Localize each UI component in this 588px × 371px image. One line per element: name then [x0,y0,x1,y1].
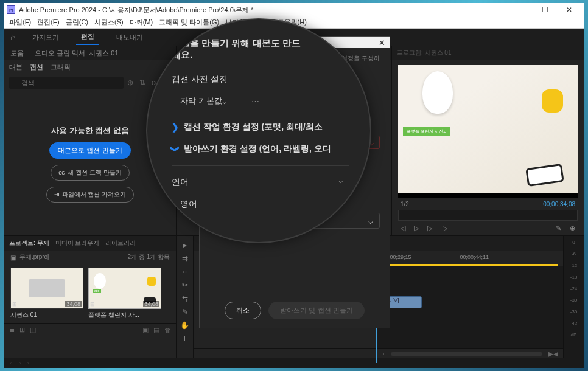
sequence-icon: ⊞ [12,301,17,307]
new-track-button[interactable]: cc새 캡션 트랙 만들기 [51,165,129,181]
slip-tool-icon[interactable]: ⇆ [182,294,188,303]
window-title: Adobe Premiere Pro 2024 - C:\사용자\DJ\문서\A… [19,5,508,15]
sb-icon[interactable]: ▫ [10,360,13,367]
menu-edit[interactable]: 편집(E) [37,18,60,27]
pen-tool-icon[interactable]: ✎ [182,308,188,316]
mark-out-icon[interactable]: ▷ [443,224,447,232]
bin-item[interactable]: abc ⊟ 34;08 플랫폼 챌린지 사... [88,268,161,319]
tools: ▸ ⇉ ↔ ✂ ⇆ ✎ ✋ T [177,236,194,358]
transcribe-create-button[interactable]: 받아쓰기 및 캡션 만들기 [268,302,364,319]
transcription-settings-expander[interactable]: ❯ 받아쓰기 환경 설정 (언어, 라벨링, 오디 [172,144,355,154]
ripple-tool-icon[interactable]: ↔ [181,268,189,276]
menu-sequence[interactable]: 시퀀스(S) [94,18,124,27]
monitor-view[interactable]: 플랫폼 챌린지 사진.J [398,65,578,198]
project-file: 무제.prproj [19,253,49,262]
dialog-close-button[interactable]: ✕ [376,38,387,47]
preset-dropdown[interactable]: 자막 기본값 [172,91,236,111]
preview-phone [525,164,564,187]
tab-graphics[interactable]: 그래픽 [51,63,71,72]
fit-icon[interactable]: ▸◂ [548,348,558,359]
menu-graphics[interactable]: 그래픽 및 타이틀(G) [159,18,219,27]
selection-tool-icon[interactable]: ▸ [183,241,187,249]
tab-program[interactable]: 프로그램: 시퀀스 01 [397,49,451,57]
timeline-tracks[interactable]: .mp4 [V] [376,266,563,348]
tab-transcript[interactable]: 대본 [9,63,23,72]
sb-icon[interactable]: ▫ [19,360,21,367]
freeform-icon[interactable]: ◫ [30,326,36,334]
clip-icon: ⊟ [90,301,95,307]
preview-watch [542,89,563,113]
no-caption-msg: 사용 가능한 캡션 없음 [51,125,129,136]
home-icon[interactable]: ⌂ [10,32,15,42]
more-options-button[interactable]: ⋯ [247,91,265,111]
ptab-audiomixer[interactable]: 오디오 클립 믹서: 시퀀스 01 [32,47,121,59]
language-label: 언어 [172,177,189,188]
tab-project[interactable]: 프로젝트: 무제 [9,239,49,248]
preset-label: 캡션 사전 설정 [172,74,355,85]
cancel-button[interactable]: 취소 [225,302,261,319]
chevron-down-icon [368,217,373,226]
new-item-icon[interactable]: ▤ [153,326,159,334]
ws-export[interactable]: 내보내기 [111,30,148,44]
menu-marker[interactable]: 마커(M) [130,18,153,27]
titlebar: Pr Adobe Premiere Pro 2024 - C:\사용자\DJ\문… [4,3,584,16]
new-bin-icon[interactable]: ▣ [142,326,149,334]
razor-tool-icon[interactable]: ✂ [182,281,188,290]
status-bar: ▫ ▫ ▫ [4,358,584,368]
monitor-ruler[interactable] [398,210,578,221]
project-panel: 프로젝트: 무제 미디어 브라우저 라이브러리 ▣무제.prproj 2개 중 … [4,236,177,358]
preview-mouse [422,71,453,114]
play-icon[interactable]: ▷ [414,224,419,232]
list-view-icon[interactable]: ≣ [9,326,15,334]
chevron-down-icon [222,97,227,106]
chevron-down-icon [338,176,343,185]
zoom-scrollbar[interactable] [391,352,542,356]
language-dropdown[interactable]: 영어 [172,194,355,215]
menu-clip[interactable]: 클립(C) [66,18,88,27]
ptab-help[interactable]: 도움 [8,47,26,59]
icon-view-icon[interactable]: ⊞ [19,326,25,334]
hand-tool-icon[interactable]: ✋ [180,321,189,330]
ws-import[interactable]: 가져오기 [27,30,64,44]
import-caption-button[interactable]: ⇥파일에서 캡션 가져오기 [46,187,135,203]
project-count: 2개 중 1개 항목 [128,253,170,262]
type-tool-icon[interactable]: T [183,335,187,343]
settings-icon[interactable]: ⊕ [570,224,575,232]
tab-library[interactable]: 라이브러리 [105,239,136,248]
monitor-timecode[interactable]: 00;00;34;08 [543,201,575,207]
ws-edit[interactable]: 편집 [76,30,99,45]
app-icon: Pr [7,5,15,14]
add-icon[interactable]: ⊕ [127,78,133,87]
program-monitor: 프로그램: 시퀀스 01 플랫폼 챌린지 사진.J 1/2 00;00;34;0 [392,46,584,235]
caption-settings-expander[interactable]: ❯ 캡션 작업 환경 설정 (포맷, 최대/최소 [172,122,355,133]
up-down-icon[interactable]: ⇅ [139,78,145,87]
dialog-heading: 세요. [172,49,355,61]
audio-meters: 0 -6 -12 -18 -24 -30 -36 -42 dB [563,236,584,358]
chevron-down-icon: ❯ [170,145,180,153]
mark-in-icon[interactable]: ◁ [401,224,405,232]
menu-file[interactable]: 파일(F) [9,18,31,27]
monitor-zoom[interactable]: 1/2 [401,201,409,207]
time-ruler[interactable]: 00;00;29;15 00;00;44;11 [376,251,563,264]
maximize-button[interactable]: ☐ [533,3,557,16]
tab-media-browser[interactable]: 미디어 브라우저 [55,239,100,248]
sb-icon[interactable]: ▫ [27,360,29,367]
folder-icon: ▣ [10,254,16,261]
export-frame-icon[interactable]: ✎ [556,224,561,232]
chevron-right-icon: ❯ [172,122,179,132]
transcribe-button[interactable]: 대본으로 캡션 만들기 [49,142,130,159]
tab-caption[interactable]: 캡션 [30,63,43,72]
step-fwd-icon[interactable]: ▷| [427,224,434,232]
trash-icon[interactable]: 🗑 [164,327,171,334]
minimize-button[interactable]: — [508,3,533,16]
bin-item[interactable]: ⊞ 34;08 시퀀스 01 [10,268,83,319]
zoom-out-icon[interactable]: ◦ [381,348,385,359]
close-button[interactable]: ✕ [557,3,581,16]
search-input[interactable] [9,77,124,89]
preview-overlay-text: 플랫폼 챌린지 사진.J [403,127,450,136]
track-select-icon[interactable]: ⇉ [182,254,188,263]
zoom-lens: 캡션을 만들기 위해 대본도 만드 세요. 캡션 사전 설정 자막 기본값 ⋯ … [146,18,371,243]
